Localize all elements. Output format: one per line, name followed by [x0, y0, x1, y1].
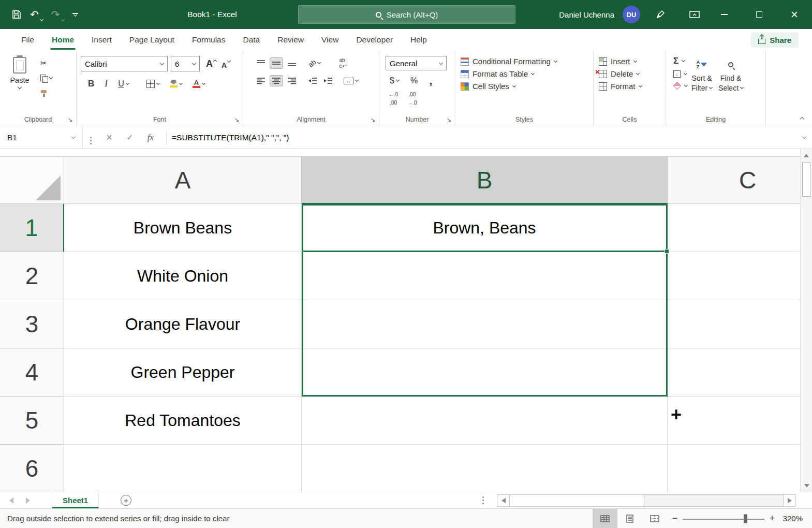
cell-a6[interactable] — [64, 445, 302, 492]
vertical-scrollbar-thumb[interactable] — [802, 163, 810, 197]
avatar[interactable]: DU — [623, 6, 640, 23]
tab-data[interactable]: Data — [234, 29, 269, 51]
tab-file[interactable]: File — [12, 29, 43, 51]
underline-button[interactable]: U — [116, 78, 131, 90]
ribbon-display-options-button[interactable] — [683, 0, 706, 29]
decrease-indent-button[interactable] — [306, 76, 319, 86]
tab-page-layout[interactable]: Page Layout — [121, 29, 183, 51]
cell-styles-button[interactable]: Cell Styles — [461, 82, 588, 91]
autosum-button[interactable]: Σ — [673, 56, 687, 66]
scroll-right-button[interactable] — [783, 495, 795, 506]
cell-b2[interactable] — [302, 252, 668, 300]
sort-filter-button[interactable]: AZ Sort & Filter — [688, 55, 715, 112]
wrap-text-button[interactable]: abc — [337, 56, 348, 70]
increase-font-size-button[interactable]: A — [206, 58, 216, 69]
new-sheet-button[interactable] — [121, 495, 131, 506]
scroll-up-button[interactable] — [801, 149, 812, 162]
cell-a1[interactable]: Brown Beans — [64, 204, 302, 252]
cell-b1[interactable]: Brown, Beans — [302, 204, 668, 252]
column-header-c[interactable]: C — [668, 156, 800, 204]
cell-a3[interactable]: Orange Flavour — [64, 300, 302, 348]
page-layout-view-button[interactable] — [617, 509, 642, 528]
close-button[interactable] — [777, 0, 812, 29]
zoom-out-button[interactable]: − — [667, 513, 683, 524]
cell-c1[interactable] — [668, 204, 800, 252]
tab-sheet1[interactable]: Sheet1 — [52, 492, 99, 508]
cell-b4[interactable] — [302, 348, 668, 397]
expand-formula-bar-button[interactable] — [802, 135, 806, 139]
cell-b6[interactable] — [302, 445, 668, 492]
share-button[interactable]: Share — [751, 33, 799, 48]
column-header-a[interactable]: A — [64, 156, 302, 204]
cell-a4[interactable]: Green Pepper — [64, 348, 302, 397]
save-button[interactable] — [11, 0, 22, 29]
delete-cells-button[interactable]: Delete — [599, 69, 660, 78]
alignment-dialog-launcher[interactable] — [371, 116, 375, 123]
cell-c6[interactable] — [668, 445, 800, 492]
formula-input[interactable]: =SUBSTITUTE(TRIM(A1)," ",", ") — [172, 133, 803, 142]
tab-formulas[interactable]: Formulas — [183, 29, 234, 51]
fill-handle[interactable] — [665, 249, 669, 254]
name-box[interactable]: B1 — [0, 126, 83, 149]
middle-align-button[interactable] — [270, 58, 283, 68]
align-left-button[interactable] — [255, 76, 267, 86]
next-sheet-button[interactable] — [26, 497, 30, 504]
cell-c5[interactable] — [668, 397, 800, 445]
collapse-ribbon-button[interactable] — [800, 117, 804, 121]
normal-view-button[interactable] — [593, 509, 617, 528]
orientation-button[interactable]: ab — [306, 58, 322, 69]
format-painter-button[interactable] — [40, 88, 52, 98]
horizontal-scrollbar-thumb[interactable] — [510, 495, 644, 506]
minimize-button[interactable] — [706, 0, 742, 29]
decrease-font-size-button[interactable]: A — [222, 61, 230, 69]
tab-developer[interactable]: Developer — [347, 29, 402, 51]
font-family-select[interactable]: Calibri — [81, 56, 168, 71]
maximize-button[interactable] — [742, 0, 777, 29]
tab-view[interactable]: View — [313, 29, 347, 51]
vertical-scrollbar[interactable] — [800, 149, 812, 492]
row-header-6[interactable]: 6 — [0, 445, 64, 492]
font-size-select[interactable]: 6 — [171, 56, 200, 71]
bold-button[interactable]: B — [86, 77, 96, 91]
user-name[interactable]: Daniel Uchenna — [559, 10, 614, 19]
row-header-4[interactable]: 4 — [0, 348, 64, 397]
cancel-button[interactable] — [99, 126, 120, 149]
borders-button[interactable] — [144, 78, 161, 90]
align-bottom-button[interactable] — [286, 58, 298, 68]
cell-a2[interactable]: White Onion — [64, 252, 302, 300]
increase-indent-button[interactable] — [322, 76, 334, 86]
zoom-level[interactable]: 320% — [780, 514, 812, 523]
zoom-slider-thumb[interactable] — [744, 514, 747, 523]
format-as-table-button[interactable]: Format as Table — [461, 69, 588, 78]
fill-button[interactable] — [673, 70, 687, 78]
fill-color-button[interactable] — [168, 78, 184, 89]
ink-pen-button[interactable] — [648, 0, 672, 29]
row-header-1[interactable]: 1 — [0, 204, 64, 252]
customize-quick-access-toolbar-button[interactable] — [72, 13, 78, 16]
clear-button[interactable] — [673, 82, 687, 90]
horizontal-scrollbar[interactable] — [497, 494, 796, 507]
font-color-button[interactable]: A — [190, 78, 207, 90]
insert-function-button[interactable]: fx — [140, 126, 161, 149]
horizontal-scrollbar-track[interactable] — [510, 495, 783, 506]
cell-c4[interactable] — [668, 348, 800, 397]
row-header-2[interactable]: 2 — [0, 252, 64, 300]
cut-button[interactable] — [40, 58, 52, 68]
scroll-left-button[interactable] — [497, 495, 510, 506]
formula-bar-grip[interactable] — [90, 137, 92, 138]
clipboard-dialog-launcher[interactable] — [68, 116, 72, 123]
previous-sheet-button[interactable] — [9, 497, 13, 504]
align-top-button[interactable] — [255, 58, 267, 68]
format-cells-button[interactable]: Format — [599, 82, 660, 91]
italic-button[interactable]: I — [102, 77, 110, 91]
zoom-in-button[interactable]: + — [764, 513, 780, 524]
insert-cells-button[interactable]: Insert — [599, 57, 660, 66]
enter-button[interactable] — [120, 126, 140, 149]
column-header-b[interactable]: B — [302, 156, 668, 204]
percent-style-button[interactable]: % — [408, 75, 420, 87]
conditional-formatting-button[interactable]: Conditional Formatting — [461, 57, 588, 66]
number-dialog-launcher[interactable] — [447, 116, 451, 123]
align-right-button[interactable] — [286, 76, 298, 86]
find-select-button[interactable]: Find & Select — [715, 55, 746, 112]
redo-button[interactable] — [51, 8, 64, 21]
